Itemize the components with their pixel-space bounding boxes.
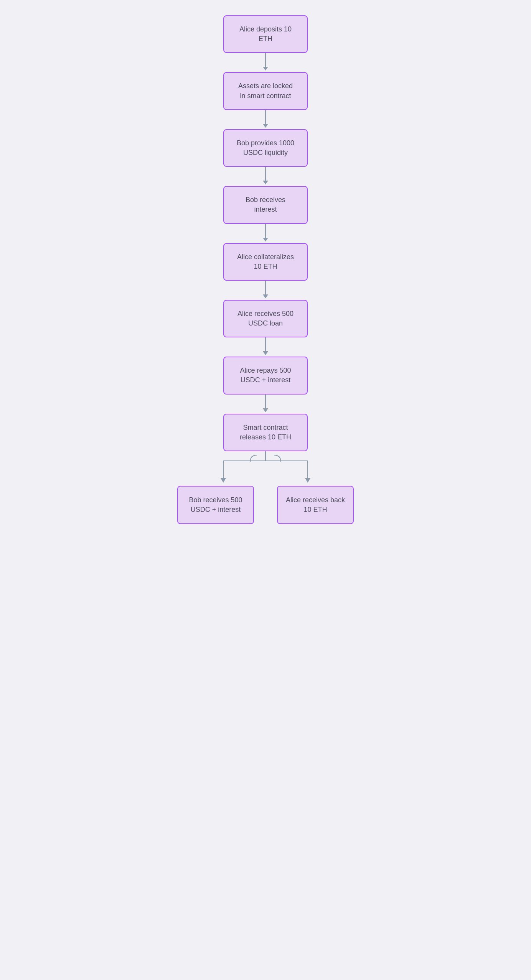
node-smart-contract-releases: Smart contract releases 10 ETH (223, 414, 308, 451)
node-alice-receives-loan: Alice receives 500 USDC loan (223, 300, 308, 337)
flowchart: Alice deposits 10 ETH Assets are locked … (166, 15, 365, 524)
arrow-7 (263, 395, 268, 414)
split-bottom-row: Bob receives 500 USDC + interest Alice r… (166, 486, 365, 524)
arrow-3 (263, 167, 268, 186)
arrow-5 (263, 281, 268, 300)
arrow-6 (263, 337, 268, 357)
node-assets-locked: Assets are locked in smart contract (223, 72, 308, 110)
arrow-4 (263, 224, 268, 243)
node-bob-receives-final: Bob receives 500 USDC + interest (177, 486, 254, 524)
node-alice-receives-back: Alice receives back 10 ETH (277, 486, 354, 524)
arrow-2 (263, 110, 268, 129)
svg-marker-4 (221, 478, 226, 483)
node-bob-provides: Bob provides 1000 USDC liquidity (223, 129, 308, 167)
node-alice-collateralizes: Alice collateralizes 10 ETH (223, 243, 308, 281)
svg-marker-5 (305, 478, 310, 483)
node-alice-deposits: Alice deposits 10 ETH (223, 15, 308, 53)
split-arrows-svg (166, 451, 365, 486)
arrow-1 (263, 53, 268, 72)
node-alice-repays: Alice repays 500 USDC + interest (223, 357, 308, 394)
node-bob-receives-interest: Bob receives interest (223, 186, 308, 224)
